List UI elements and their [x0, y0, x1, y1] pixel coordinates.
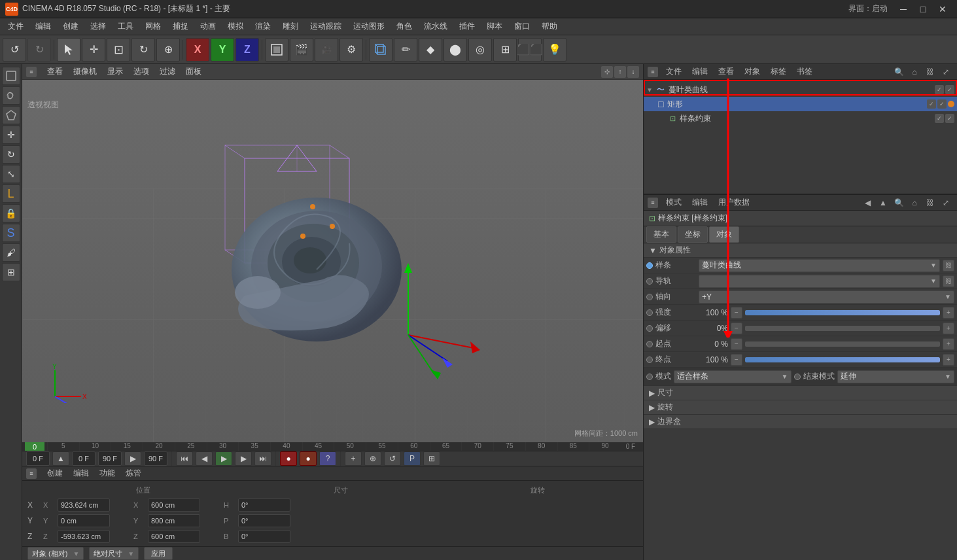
tp-p-rot[interactable]: 0° [238, 514, 290, 527]
obj-badge-check-3[interactable]: ✓ [935, 114, 944, 123]
menu-create[interactable]: 创建 [58, 19, 84, 34]
left-tool-transform[interactable]: ✛ [2, 126, 20, 144]
menu-script[interactable]: 脚本 [481, 19, 508, 34]
apply-button[interactable]: 应用 [144, 547, 173, 560]
am-tab-mode[interactable]: 模式 [663, 196, 684, 209]
menu-tools[interactable]: 工具 [113, 19, 139, 34]
vp-icon-3[interactable]: ↓ [627, 66, 639, 78]
tp-z-pos[interactable]: -593.623 cm [58, 530, 110, 543]
key-btn-3[interactable]: ↺ [384, 451, 401, 466]
attr-start-slider[interactable] [745, 341, 940, 347]
attr-radio-end[interactable] [646, 357, 653, 363]
attr-offset-slider[interactable] [745, 326, 940, 331]
attr-section-bbox[interactable]: ▶ 边界盒 [644, 415, 957, 429]
key-btn-2[interactable]: ⊕ [364, 451, 381, 466]
attr-section-rotation[interactable]: ▶ 旋转 [644, 400, 957, 415]
am-tab-userdata[interactable]: 用户数据 [716, 196, 752, 209]
attr-axis-dropdown[interactable]: +Y ▼ [699, 290, 954, 304]
obj-row-rect[interactable]: □ 矩形 ✓ ✓ [644, 97, 957, 111]
anim-btn-2[interactable]: 🎥 [315, 38, 338, 61]
object-btn-1[interactable] [265, 38, 288, 61]
settings-btn[interactable]: ⚙ [339, 38, 363, 61]
om-tab-object[interactable]: 对象 [742, 65, 763, 79]
view-btn-sphere2[interactable]: ◎ [468, 38, 492, 61]
view-btn-grid[interactable]: ⊞ [493, 38, 517, 61]
left-tool-lasso[interactable] [2, 86, 20, 105]
attr-strength-slider[interactable] [745, 310, 940, 315]
tp-b-rot[interactable]: 0° [238, 530, 290, 543]
tp-y-size[interactable]: 800 cm [148, 514, 200, 527]
size-mode-dropdown[interactable]: 绝对尺寸 ▼ [89, 547, 139, 560]
start-frame-field[interactable]: 0 F [72, 451, 96, 466]
play-forward[interactable]: ▶ [215, 451, 232, 466]
attr-spline-dropdown[interactable]: 蔓叶类曲线 ▼ [699, 259, 940, 272]
attr-end-increment[interactable]: + [943, 354, 954, 366]
menu-motiontrack[interactable]: 运动跟踪 [305, 19, 347, 34]
attr-offset-decrement[interactable]: − [731, 323, 742, 334]
help-button[interactable]: ? [319, 451, 336, 466]
select-tool-button[interactable] [57, 38, 80, 61]
fps-field[interactable]: 90 F [144, 451, 167, 466]
attr-radio-axis[interactable] [646, 294, 653, 300]
x-axis-button[interactable]: X [186, 38, 209, 61]
viewport-canvas[interactable]: 透视视图 [22, 80, 643, 442]
vp-options[interactable]: 选项 [131, 65, 152, 79]
obj-expand-arrow-1[interactable]: ▼ [646, 86, 654, 94]
vp-panel[interactable]: 面板 [183, 65, 204, 79]
key-btn-5[interactable]: ⊞ [423, 451, 440, 466]
menu-file[interactable]: 文件 [3, 19, 29, 34]
view-btn-sphere[interactable]: ⬤ [444, 38, 467, 61]
key-btn-4[interactable]: P [404, 451, 421, 466]
left-tool-rotate[interactable]: ↻ [2, 145, 20, 164]
vp-view[interactable]: 查看 [44, 65, 65, 79]
obj-badge-check-2[interactable]: ✓ [927, 99, 936, 109]
menu-simulate[interactable]: 模拟 [222, 19, 249, 34]
tp-z-size[interactable]: 600 cm [148, 530, 200, 543]
attr-section-object[interactable]: ▼ 对象属性 [644, 243, 957, 258]
key-btn-1[interactable]: + [345, 451, 362, 466]
redo-button[interactable]: ↻ [27, 38, 51, 61]
om-tab-file[interactable]: 文件 [663, 65, 684, 79]
om-menu-icon[interactable]: ≡ [648, 67, 658, 77]
go-to-end[interactable]: ⏭ [254, 451, 271, 466]
scale-tool-button[interactable]: ⊡ [107, 38, 130, 61]
undo-button[interactable]: ↺ [3, 38, 26, 61]
menu-select[interactable]: 选择 [85, 19, 111, 34]
om-link-icon[interactable]: ⛓ [923, 65, 937, 79]
left-tool-l[interactable]: L [2, 184, 20, 203]
go-to-start[interactable]: ⏮ [176, 451, 193, 466]
vp-camera[interactable]: 摄像机 [71, 65, 99, 79]
menu-render[interactable]: 渲染 [250, 19, 276, 34]
attr-section-size[interactable]: ▶ 尺寸 [644, 386, 957, 400]
tp-tab-pipeline[interactable]: 炼管 [123, 466, 144, 480]
left-tool-brush[interactable]: 🖌 [2, 243, 20, 262]
vp-filter[interactable]: 过滤 [157, 65, 178, 79]
tl-arrow-right[interactable]: ▶ [124, 451, 141, 466]
tp-h-rot[interactable]: 0° [238, 499, 290, 512]
left-tool-lock[interactable]: 🔒 [2, 204, 20, 222]
current-frame-field[interactable]: 0 F [26, 451, 50, 466]
left-tool-select[interactable] [2, 67, 20, 85]
tp-x-pos[interactable]: 923.624 cm [58, 499, 110, 512]
om-tab-bookmarks[interactable]: 书签 [794, 65, 815, 79]
menu-edit[interactable]: 编辑 [30, 19, 56, 34]
view-btn-light[interactable]: 💡 [543, 38, 566, 61]
view-btn-cube[interactable] [369, 38, 392, 61]
left-tool-s[interactable]: S [2, 224, 20, 242]
menu-help[interactable]: 帮助 [536, 19, 563, 34]
am-link-icon[interactable]: ⛓ [923, 196, 937, 210]
prev-frame[interactable]: ◀ [196, 451, 213, 466]
left-tool-polygon[interactable] [2, 106, 20, 124]
tp-tab-create[interactable]: 创建 [44, 466, 65, 480]
obj-badge-vis-3[interactable]: ✓ [945, 114, 954, 123]
view-btn-gem[interactable]: ◆ [419, 38, 442, 61]
attr-tab-coord[interactable]: 坐标 [678, 226, 708, 243]
om-expand-icon[interactable]: ⤢ [939, 65, 953, 79]
minimize-button[interactable]: ─ [894, 3, 913, 16]
am-search-icon[interactable]: 🔍 [892, 196, 906, 210]
viewport-menu-icon[interactable]: ≡ [26, 67, 37, 77]
menu-character[interactable]: 角色 [391, 19, 417, 34]
attr-radio-start[interactable] [646, 341, 653, 347]
attr-spline-link-btn[interactable]: ⛓ [943, 260, 954, 271]
attr-start-increment[interactable]: + [943, 338, 954, 350]
